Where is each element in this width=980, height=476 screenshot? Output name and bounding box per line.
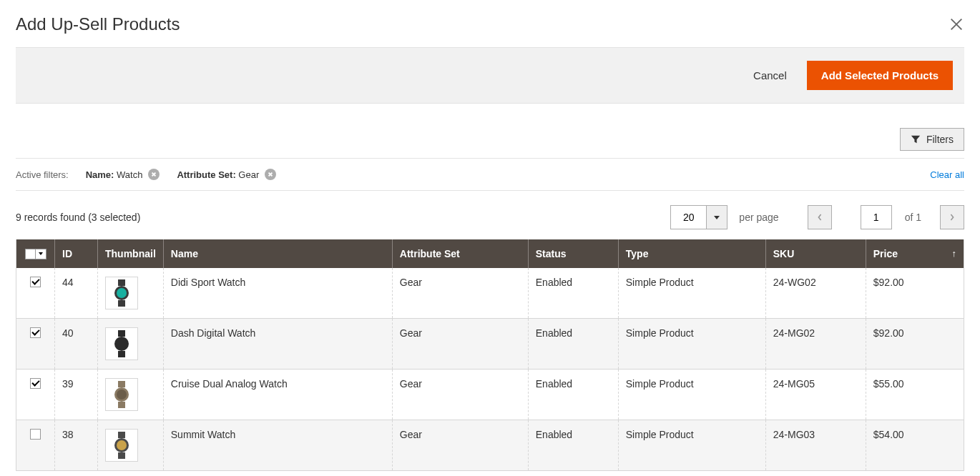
action-bar: Cancel Add Selected Products	[16, 48, 964, 104]
toolbar-row: 9 records found (3 selected) per page of…	[16, 191, 964, 239]
page-size-control	[670, 205, 727, 229]
cell-attribute-set: Gear	[392, 268, 528, 319]
cell-name: Didi Sport Watch	[163, 268, 392, 319]
cell-thumbnail	[98, 319, 164, 370]
cell-type: Simple Product	[618, 319, 765, 370]
modal-title: Add Up-Sell Products	[16, 14, 180, 34]
svg-point-17	[117, 390, 127, 400]
svg-point-13	[117, 339, 127, 349]
sort-asc-icon: ↑	[952, 248, 957, 259]
filters-row: Filters	[16, 104, 964, 159]
table-row[interactable]: 40Dash Digital WatchGearEnabledSimple Pr…	[16, 319, 964, 370]
active-filters-row: Active filters: Name: WatchAttribute Set…	[16, 159, 964, 191]
svg-rect-7	[118, 300, 125, 307]
remove-filter-icon[interactable]	[148, 169, 160, 180]
filter-chip: Name: Watch	[86, 169, 160, 180]
cancel-button[interactable]: Cancel	[753, 69, 787, 81]
header-status[interactable]: Status	[528, 239, 618, 268]
cell-thumbnail	[98, 420, 164, 471]
close-icon[interactable]	[949, 16, 964, 32]
records-found: 9 records found (3 selected)	[16, 212, 140, 223]
svg-rect-18	[118, 432, 125, 438]
cell-status: Enabled	[528, 319, 618, 370]
product-table: ID Thumbnail Name Attribute Set Status T…	[16, 239, 964, 471]
cell-name: Dash Digital Watch	[163, 319, 392, 370]
svg-rect-11	[118, 351, 125, 357]
header-name[interactable]: Name	[163, 239, 392, 268]
header-sku[interactable]: SKU	[765, 239, 866, 268]
modal-header: Add Up-Sell Products	[16, 14, 964, 48]
watch-icon	[109, 281, 134, 305]
clear-all-link[interactable]: Clear all	[930, 169, 964, 180]
header-thumbnail[interactable]: Thumbnail	[98, 239, 164, 268]
table-row[interactable]: 38Summit WatchGearEnabledSimple Product2…	[16, 420, 964, 471]
svg-rect-15	[118, 402, 125, 408]
remove-filter-icon[interactable]	[265, 169, 276, 180]
header-attribute-set[interactable]: Attribute Set	[392, 239, 528, 268]
cell-id: 39	[55, 370, 98, 420]
cell-price: $54.00	[866, 420, 964, 471]
svg-rect-19	[118, 452, 125, 459]
cell-sku: 24-MG02	[765, 319, 866, 370]
svg-rect-14	[118, 381, 125, 387]
toolbar-right: per page of 1	[670, 205, 964, 229]
caret-down-icon	[39, 252, 43, 255]
header-price[interactable]: Price↑	[866, 239, 964, 268]
filter-chip-text: Attribute Set: Gear	[177, 169, 259, 180]
thumbnail-image	[105, 378, 138, 411]
active-filters-left: Active filters: Name: WatchAttribute Set…	[16, 169, 276, 180]
svg-point-9	[117, 288, 127, 298]
cell-name: Summit Watch	[163, 420, 392, 471]
active-filters-label: Active filters:	[16, 169, 69, 180]
funnel-icon	[911, 134, 921, 144]
header-id[interactable]: ID	[55, 239, 98, 268]
svg-point-21	[117, 440, 127, 450]
thumbnail-image	[105, 429, 138, 462]
cell-id: 38	[55, 420, 98, 471]
cell-price: $92.00	[866, 268, 964, 319]
watch-icon	[109, 382, 134, 407]
filters-button[interactable]: Filters	[900, 128, 964, 151]
watch-icon	[109, 332, 134, 356]
cell-type: Simple Product	[618, 370, 765, 420]
cell-id: 40	[55, 319, 98, 370]
page-of-label: of 1	[905, 212, 921, 223]
cell-price: $55.00	[866, 370, 964, 420]
filter-chip: Attribute Set: Gear	[177, 169, 276, 180]
table-row[interactable]: 39Cruise Dual Analog WatchGearEnabledSim…	[16, 370, 964, 420]
cell-status: Enabled	[528, 370, 618, 420]
cell-sku: 24-MG05	[765, 370, 866, 420]
caret-down-icon	[714, 216, 720, 219]
mass-select-checkbox[interactable]	[25, 249, 36, 259]
cell-attribute-set: Gear	[392, 370, 528, 420]
filters-button-label: Filters	[926, 134, 954, 145]
row-checkbox[interactable]	[30, 429, 41, 440]
add-selected-button[interactable]: Add Selected Products	[807, 61, 953, 90]
cell-name: Cruise Dual Analog Watch	[163, 370, 392, 420]
mass-select-dropdown[interactable]	[36, 249, 46, 259]
cell-type: Simple Product	[618, 268, 765, 319]
table-row[interactable]: 44Didi Sport WatchGearEnabledSimple Prod…	[16, 268, 964, 319]
watch-icon	[109, 433, 134, 457]
row-checkbox[interactable]	[30, 277, 41, 287]
per-page-label: per page	[739, 212, 778, 223]
cell-sku: 24-MG03	[765, 420, 866, 471]
cell-id: 44	[55, 268, 98, 319]
page-size-input[interactable]	[670, 205, 706, 229]
prev-page-button[interactable]	[808, 205, 832, 229]
current-page-input[interactable]	[861, 205, 892, 229]
svg-rect-6	[118, 279, 125, 286]
header-type[interactable]: Type	[618, 239, 765, 268]
page-size-dropdown-button[interactable]	[706, 205, 727, 229]
header-checkbox-col[interactable]	[16, 239, 55, 268]
cell-sku: 24-WG02	[765, 268, 866, 319]
svg-rect-10	[118, 330, 125, 337]
cell-price: $92.00	[866, 319, 964, 370]
chevron-left-icon	[817, 213, 823, 222]
cell-status: Enabled	[528, 268, 618, 319]
next-page-button[interactable]	[940, 205, 964, 229]
cell-status: Enabled	[528, 420, 618, 471]
row-checkbox[interactable]	[30, 327, 41, 338]
row-checkbox[interactable]	[30, 378, 41, 389]
filter-chip-text: Name: Watch	[86, 169, 143, 180]
